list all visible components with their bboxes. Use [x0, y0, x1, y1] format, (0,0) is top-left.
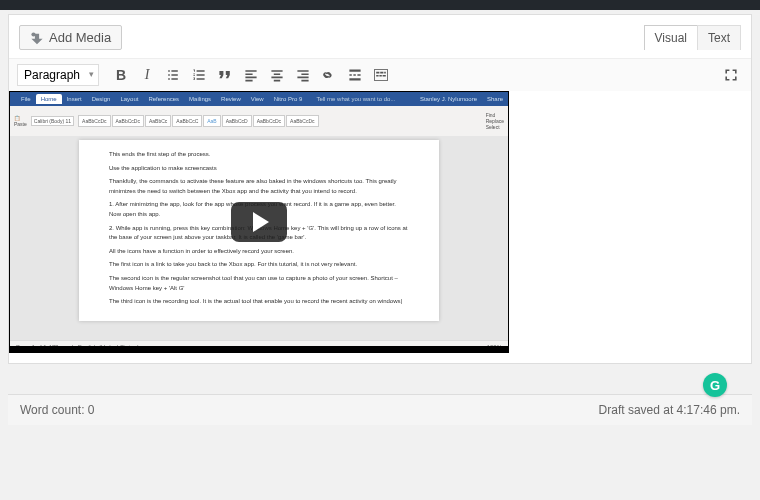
align-center-button[interactable] [265, 63, 289, 87]
blockquote-button[interactable] [213, 63, 237, 87]
admin-top-bar [0, 0, 760, 10]
tab-visual[interactable]: Visual [644, 25, 697, 50]
video-progress-bar [10, 346, 508, 352]
italic-button[interactable]: I [135, 63, 159, 87]
grammarly-badge[interactable]: G [703, 373, 727, 397]
editor-content[interactable]: File Home Insert Design Layout Reference… [9, 91, 751, 363]
add-media-label: Add Media [49, 30, 111, 45]
add-media-button[interactable]: Add Media [19, 25, 122, 50]
video-play-button[interactable] [231, 202, 287, 242]
tab-text[interactable]: Text [697, 25, 741, 50]
numbered-list-button[interactable] [187, 63, 211, 87]
word-count: Word count: 0 [20, 403, 95, 417]
media-icon [30, 31, 44, 45]
toolbar-toggle-button[interactable] [369, 63, 393, 87]
editor-status-bar: Word count: 0 Draft saved at 4:17:46 pm. [8, 394, 752, 425]
fullscreen-button[interactable] [719, 63, 743, 87]
formatting-toolbar: Paragraph B I [9, 58, 751, 91]
word-ribbon-tabs: File Home Insert Design Layout Reference… [10, 92, 508, 106]
draft-saved-message: Draft saved at 4:17:46 pm. [599, 403, 740, 417]
align-right-button[interactable] [291, 63, 315, 87]
word-ribbon-commands: 📋Paste Calibri (Body) 11 AaBbCcDc AaBbCc… [10, 106, 508, 136]
bold-button[interactable]: B [109, 63, 133, 87]
media-tab-row: Add Media Visual Text [9, 15, 751, 58]
link-button[interactable] [317, 63, 341, 87]
svg-point-0 [31, 32, 35, 36]
word-styles-gallery: AaBbCcDc AaBbCcDc AaBbCc AaBbCcC AaB AaB… [78, 115, 319, 127]
format-select[interactable]: Paragraph [17, 64, 99, 86]
align-left-button[interactable] [239, 63, 263, 87]
editor-panel: Add Media Visual Text Paragraph B I File [8, 14, 752, 364]
read-more-button[interactable] [343, 63, 367, 87]
editor-mode-tabs: Visual Text [644, 25, 741, 50]
embedded-video: File Home Insert Design Layout Reference… [9, 91, 509, 353]
bullet-list-button[interactable] [161, 63, 185, 87]
